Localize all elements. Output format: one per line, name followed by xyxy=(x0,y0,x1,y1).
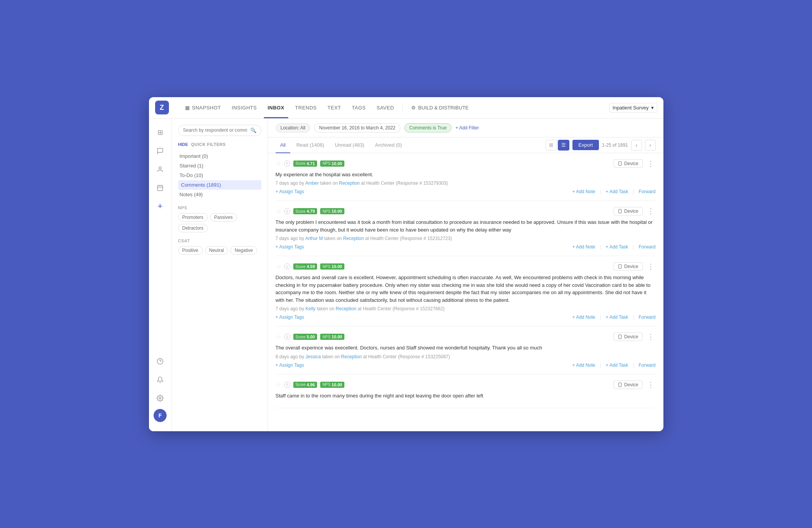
info-icon[interactable]: i xyxy=(284,208,290,214)
location-filter[interactable]: Location: All xyxy=(276,123,311,132)
chip-neutral[interactable]: Neutral xyxy=(205,246,228,255)
forward-link[interactable]: Forward xyxy=(638,362,655,368)
add-note-link[interactable]: + Add Note xyxy=(572,244,595,250)
search-box[interactable]: 🔍 xyxy=(178,125,261,136)
survey-selector[interactable]: Inpatient Survey ▾ xyxy=(609,103,657,113)
tab-read[interactable]: Read (1408) xyxy=(292,137,329,153)
add-task-link[interactable]: + Add Task xyxy=(606,189,628,194)
add-task-link[interactable]: + Add Task xyxy=(606,314,628,320)
forward-link[interactable]: Forward xyxy=(638,189,655,194)
prev-page-button[interactable]: ‹ xyxy=(631,140,642,151)
add-note-link[interactable]: + Add Note xyxy=(572,362,595,368)
nav-inbox[interactable]: INBOX xyxy=(264,103,288,113)
view-grid-button[interactable]: ⊞ xyxy=(546,140,557,151)
device-button[interactable]: Device xyxy=(614,159,643,168)
comments-filter[interactable]: Comments is True xyxy=(404,123,451,132)
device-button[interactable]: Device xyxy=(614,207,643,215)
more-options-button[interactable]: ⋮ xyxy=(646,381,656,389)
nav-tags[interactable]: TAGS xyxy=(348,103,369,113)
view-toggle: ⊞ ☰ xyxy=(546,140,569,151)
sidebar-item-settings[interactable] xyxy=(152,391,168,406)
score-badge: Score 5.00 xyxy=(293,334,318,340)
next-page-button[interactable]: › xyxy=(645,140,656,151)
add-note-link[interactable]: + Add Note xyxy=(572,314,595,320)
device-button[interactable]: Device xyxy=(614,333,643,341)
sidebar-item-calendar[interactable] xyxy=(152,180,168,195)
more-options-button[interactable]: ⋮ xyxy=(646,207,656,215)
chip-negative[interactable]: Negative xyxy=(230,246,257,255)
assign-tags-button[interactable]: + Assign Tags xyxy=(276,189,304,194)
filter-bar: Location: All November 16, 2016 to March… xyxy=(268,119,663,137)
svg-point-7 xyxy=(159,397,161,399)
location-link[interactable]: Reception xyxy=(343,236,364,241)
hide-button[interactable]: HIDE xyxy=(178,142,188,147)
filter-important[interactable]: Important (0) xyxy=(178,151,261,161)
star-icon[interactable]: ☆ xyxy=(276,333,281,341)
date-range-filter[interactable]: November 16, 2016 to March 4, 2022 xyxy=(314,123,400,132)
sidebar-item-message[interactable] xyxy=(152,143,168,159)
chip-detractors[interactable]: Detractors xyxy=(178,224,208,232)
star-icon[interactable]: ☆ xyxy=(276,208,281,215)
forward-link[interactable]: Forward xyxy=(638,314,655,320)
author-link[interactable]: Arthur M xyxy=(305,236,323,241)
info-icon[interactable]: i xyxy=(284,334,290,340)
response-actions: + Assign Tags + Add Note | + Add Task | … xyxy=(276,189,656,194)
nav-saved[interactable]: SAVED xyxy=(373,103,398,113)
view-list-button[interactable]: ☰ xyxy=(558,140,569,151)
device-button[interactable]: Device xyxy=(614,262,643,271)
location-link[interactable]: Reception xyxy=(339,180,360,186)
sidebar-item-user[interactable] xyxy=(152,162,168,177)
sidebar-item-add[interactable]: + xyxy=(152,199,168,214)
author-link[interactable]: Kelly xyxy=(306,306,316,311)
nav-build-distribute[interactable]: ⚙ BUILD & DISTRIBUTE xyxy=(407,103,472,113)
add-task-link[interactable]: + Add Task xyxy=(606,244,628,250)
search-input[interactable] xyxy=(183,127,247,133)
nav-text[interactable]: TEXT xyxy=(324,103,345,113)
nav-insights[interactable]: INSIGHTS xyxy=(228,103,261,113)
assign-tags-button[interactable]: + Assign Tags xyxy=(276,244,304,250)
device-button[interactable]: Device xyxy=(614,381,643,389)
add-task-link[interactable]: + Add Task xyxy=(606,362,628,368)
sidebar-item-grid[interactable]: ⊞ xyxy=(152,125,168,140)
app-logo[interactable]: Z xyxy=(155,101,169,114)
sidebar-item-bell[interactable] xyxy=(152,372,168,387)
sidebar-item-help[interactable] xyxy=(152,354,168,369)
nav-right: Inpatient Survey ▾ xyxy=(609,103,657,113)
star-icon[interactable]: ☆ xyxy=(276,381,281,388)
filter-todo[interactable]: To-Do (10) xyxy=(178,170,261,180)
chip-passives[interactable]: Passives xyxy=(210,213,237,222)
more-options-button[interactable]: ⋮ xyxy=(646,333,656,341)
add-filter-button[interactable]: + Add Filter xyxy=(455,125,479,131)
export-button[interactable]: Export xyxy=(572,140,599,150)
star-icon[interactable]: ☆ xyxy=(276,160,281,167)
chip-positive[interactable]: Positive xyxy=(178,246,203,255)
info-icon[interactable]: i xyxy=(284,161,290,167)
author-link[interactable]: Jessica xyxy=(306,354,321,359)
separator: | xyxy=(600,314,601,320)
content-area: Location: All November 16, 2016 to March… xyxy=(268,119,663,431)
more-options-button[interactable]: ⋮ xyxy=(646,159,656,168)
location-link[interactable]: Reception xyxy=(341,354,362,359)
assign-tags-button[interactable]: + Assign Tags xyxy=(276,314,304,320)
quick-filters-title: QUICK FILTERS xyxy=(191,142,226,147)
info-icon[interactable]: i xyxy=(284,382,290,388)
svg-point-0 xyxy=(159,167,161,169)
assign-tags-button[interactable]: + Assign Tags xyxy=(276,362,304,368)
filter-starred[interactable]: Starred (1) xyxy=(178,161,261,170)
info-icon[interactable]: i xyxy=(284,263,290,270)
tab-archived[interactable]: Archived (0) xyxy=(370,137,407,153)
user-avatar[interactable]: F xyxy=(154,409,167,422)
star-icon[interactable]: ☆ xyxy=(276,263,281,270)
nav-trends[interactable]: TRENDS xyxy=(291,103,321,113)
more-options-button[interactable]: ⋮ xyxy=(646,262,656,271)
tab-all[interactable]: All xyxy=(276,137,290,153)
filter-notes[interactable]: Notes (49) xyxy=(178,190,261,199)
nav-snapshot[interactable]: ▦ SNAPSHOT xyxy=(181,103,225,113)
add-note-link[interactable]: + Add Note xyxy=(572,189,595,194)
tab-unread[interactable]: Unread (483) xyxy=(330,137,369,153)
location-link[interactable]: Reception xyxy=(336,306,356,311)
chip-promoters[interactable]: Promoters xyxy=(178,213,208,222)
filter-comments[interactable]: Comments (1891) xyxy=(178,180,261,190)
forward-link[interactable]: Forward xyxy=(638,244,655,250)
author-link[interactable]: Amber xyxy=(305,180,319,186)
